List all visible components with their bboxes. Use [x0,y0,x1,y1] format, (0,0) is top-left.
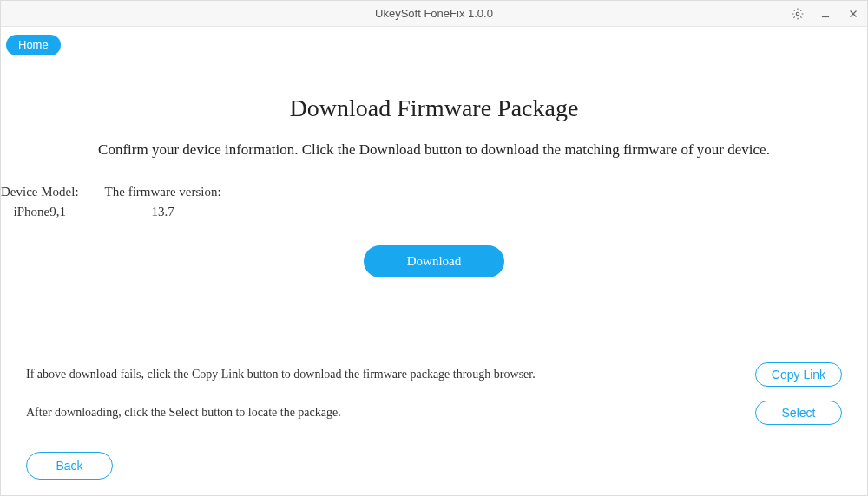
device-model-value: iPhone9,1 [1,205,79,219]
help-text-copy-link: If above download fails, click the Copy … [26,368,755,382]
footer: Back [0,434,868,496]
minimize-icon[interactable] [812,1,839,27]
copy-link-button[interactable]: Copy Link [755,362,842,387]
help-section: If above download fails, click the Copy … [26,362,842,439]
firmware-version-value: 13.7 [105,205,221,219]
device-model-column: Device Model: iPhone9,1 [1,185,79,219]
window-controls [784,1,867,27]
firmware-version-column: The firmware version: 13.7 [105,185,221,219]
back-button[interactable]: Back [26,452,113,480]
app-title: UkeySoft FoneFix 1.0.0 [1,7,867,20]
help-row-copy-link: If above download fails, click the Copy … [26,362,842,387]
page-title: Download Firmware Package [1,95,867,122]
device-info-table: Device Model: iPhone9,1 The firmware ver… [1,185,867,219]
select-button[interactable]: Select [755,401,842,425]
help-text-select: After downloading, click the Select butt… [26,406,755,420]
close-icon[interactable] [839,1,867,27]
svg-point-0 [796,12,799,16]
download-button[interactable]: Download [364,245,505,277]
gear-icon[interactable] [784,1,812,27]
titlebar: UkeySoft FoneFix 1.0.0 [1,1,867,27]
device-model-label: Device Model: [1,185,79,199]
help-row-select: After downloading, click the Select butt… [26,401,842,425]
page-subtitle: Confirm your device information. Click t… [1,141,867,159]
home-tab[interactable]: Home [6,35,61,55]
firmware-version-label: The firmware version: [105,185,221,199]
